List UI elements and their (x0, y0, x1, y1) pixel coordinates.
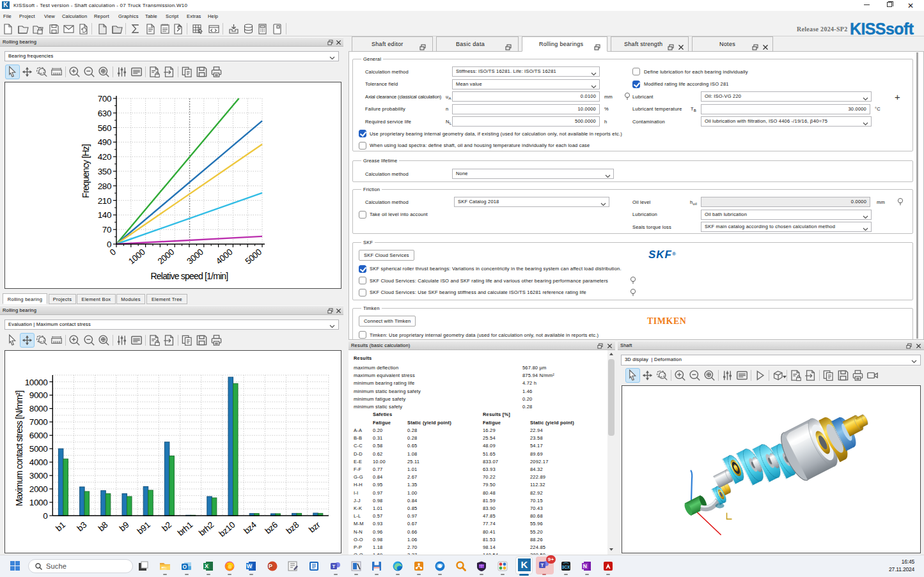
svg-text:1000: 1000 (29, 498, 47, 507)
svg-text:70: 70 (102, 225, 111, 235)
svg-text:3CX: 3CX (561, 565, 570, 569)
svg-text:W: W (247, 563, 253, 569)
svg-text:280: 280 (98, 181, 111, 191)
svg-text:N: N (583, 563, 587, 569)
svg-text:X: X (205, 563, 208, 569)
svg-text:210: 210 (98, 196, 111, 206)
svg-text:6000: 6000 (29, 431, 47, 440)
svg-text:3000: 3000 (29, 471, 47, 481)
svg-text:0: 0 (43, 511, 47, 521)
svg-text:350: 350 (98, 167, 111, 176)
svg-text:560: 560 (98, 123, 111, 133)
svg-text:T: T (540, 562, 544, 568)
svg-text:T: T (332, 564, 335, 569)
svg-text:O: O (183, 564, 187, 570)
svg-text:4000: 4000 (29, 458, 47, 467)
svg-text:140: 140 (98, 210, 111, 220)
svg-text:7000: 7000 (29, 417, 47, 427)
svg-text:700: 700 (98, 94, 111, 104)
svg-text:Maximum contact stress [N/mm²]: Maximum contact stress [N/mm²] (14, 391, 24, 507)
svg-text:2000: 2000 (29, 484, 47, 494)
svg-text:5000: 5000 (29, 444, 47, 454)
svg-text:420: 420 (98, 152, 111, 162)
svg-text:8000: 8000 (29, 404, 47, 413)
svg-text:630: 630 (98, 109, 111, 118)
svg-text:P: P (269, 563, 272, 569)
svg-text:Relative speed [1/min]: Relative speed [1/min] (151, 271, 228, 281)
svg-text:10000: 10000 (25, 378, 48, 387)
svg-text:9000: 9000 (29, 390, 47, 400)
svg-text:Frequency [Hz]: Frequency [Hz] (81, 144, 91, 198)
svg-text:490: 490 (98, 137, 111, 147)
